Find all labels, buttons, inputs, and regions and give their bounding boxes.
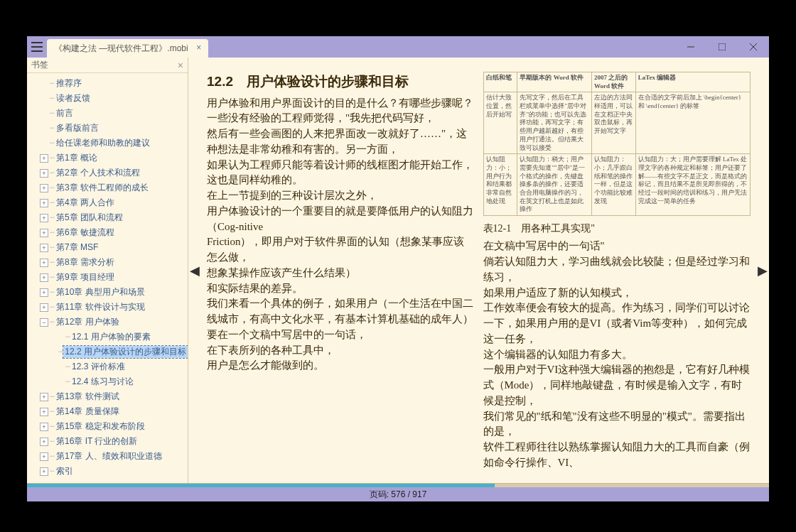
tree-item[interactable]: ┈12.1 用户体验的要素 xyxy=(27,330,188,344)
tree-item[interactable]: ┈推荐序 xyxy=(27,76,188,91)
tree-item[interactable]: +┈第3章 软件工程师的成长 xyxy=(27,180,188,195)
expand-icon[interactable]: + xyxy=(40,229,48,237)
tree-item[interactable]: ┈12.2 用户体验设计的步骤和目标 xyxy=(27,344,188,359)
expand-icon[interactable]: + xyxy=(40,467,48,476)
app-body: 书签 × ┈推荐序┈读者反馈┈前言┈多看版前言┈给任课老师和助教的建议+┈第1章… xyxy=(27,58,769,483)
tree-item[interactable]: +┈第9章 项目经理 xyxy=(27,270,188,285)
tree-item[interactable]: +┈第13章 软件测试 xyxy=(27,389,188,404)
tree-item[interactable]: ┈12.4 练习与讨论 xyxy=(27,374,188,389)
right-column: 白纸和笔早期版本的 Word 软件2007 之后的 Word 软件LaTex 编… xyxy=(483,72,751,476)
table-cell: 认知阻力：小；几乎跟白纸和笔的操作一样，但是这个功能比较难发现 xyxy=(592,154,636,216)
tree-item-label: 第11章 软件设计与实现 xyxy=(55,301,146,313)
expand-icon[interactable]: + xyxy=(40,259,48,267)
tree-item-label: 第12章 用户体验 xyxy=(55,316,121,328)
expand-icon[interactable]: + xyxy=(40,408,48,416)
expand-icon[interactable]: + xyxy=(40,393,48,401)
paragraph-line: 这个编辑器的认知阻力有多大。 xyxy=(483,347,751,363)
paragraph-line: 和实际结果的差异。 xyxy=(207,281,475,297)
leaf-icon xyxy=(55,363,64,371)
tree-item[interactable]: ┈12.3 评价标准 xyxy=(27,359,188,374)
collapse-icon[interactable]: − xyxy=(40,318,48,327)
tree-item[interactable]: +┈第8章 需求分析 xyxy=(27,255,188,270)
sidebar-title: 书签 xyxy=(31,59,48,71)
tree-item-label: 第4章 两人合作 xyxy=(55,197,116,209)
minimize-button[interactable] xyxy=(675,36,706,58)
pages: 12.2 用户体验设计的步骤和目标 用户体验和用户界面设计的目的是什么？有哪些步… xyxy=(201,58,756,483)
prev-page-button[interactable]: ◀ xyxy=(188,58,201,483)
minimize-icon xyxy=(687,43,694,50)
table-header-cell: 白纸和笔 xyxy=(483,72,517,92)
tree-item-label: 第9章 项目经理 xyxy=(55,271,116,283)
expand-icon[interactable]: + xyxy=(40,184,48,192)
expand-icon[interactable]: + xyxy=(40,452,48,461)
tree-item[interactable]: ┈前言 xyxy=(27,106,188,121)
leaf-icon xyxy=(55,348,57,357)
section-heading: 12.2 用户体验设计的步骤和目标 xyxy=(207,72,475,92)
expand-icon[interactable]: + xyxy=(40,303,48,312)
tree-item-label: 第14章 质量保障 xyxy=(55,406,121,418)
leaf-icon xyxy=(40,94,48,103)
paragraph-line: Friction），即用户对于软件界面的认知（想象某事应该怎么做， xyxy=(207,234,475,266)
tab-close-button[interactable]: × xyxy=(194,43,204,53)
maximize-icon xyxy=(719,43,726,50)
tree-item[interactable]: +┈第5章 团队和流程 xyxy=(27,210,188,225)
tree-item-label: 第10章 典型用户和场景 xyxy=(55,286,146,298)
tree-item[interactable]: +┈第7章 MSF xyxy=(27,240,188,255)
status-bar: 页码: 576 / 917 xyxy=(27,487,769,501)
tree-item[interactable]: +┈第15章 稳定和发布阶段 xyxy=(27,419,188,434)
expand-icon[interactable]: + xyxy=(40,288,48,297)
paragraph-line: 倘若认知阻力大，学习曲线就会比较陡；但是经过学习和练习， xyxy=(483,254,751,286)
tree-item[interactable]: +┈第1章 概论 xyxy=(27,151,188,165)
table-cell: 认知阻力：小；用户行为和结果都非常自然地处现 xyxy=(483,154,517,216)
tree-item[interactable]: +┈第17章 人、绩效和职业道德 xyxy=(27,449,188,464)
tree-item[interactable]: +┈索引 xyxy=(27,464,188,479)
tree-item[interactable]: ┈读者反馈 xyxy=(27,91,188,106)
bookmarks-tree[interactable]: ┈推荐序┈读者反馈┈前言┈多看版前言┈给任课老师和助教的建议+┈第1章 概论+┈… xyxy=(27,73,188,483)
tree-item-label: 第1章 概论 xyxy=(55,152,99,164)
tree-item[interactable]: +┈第11章 软件设计与实现 xyxy=(27,300,188,315)
tree-item[interactable]: ┈给任课老师和助教的建议 xyxy=(27,136,188,151)
tree-item-label: 第6章 敏捷流程 xyxy=(55,227,116,239)
next-page-button[interactable]: ▶ xyxy=(756,58,769,483)
expand-icon[interactable]: + xyxy=(40,438,48,446)
paragraph-line: 在下表所列的各种工具中， xyxy=(207,343,475,359)
sidebar-header: 书签 × xyxy=(27,58,188,73)
tree-item[interactable]: +┈第10章 典型用户和场景 xyxy=(27,285,188,300)
tree-item-label: 读者反馈 xyxy=(55,92,92,104)
paragraph-line: 我们来看一个具体的例子，如果用户（一个生活在中国二线城市，有高中文化水平，有基本… xyxy=(207,296,475,327)
maximize-button[interactable] xyxy=(706,36,738,58)
table-cell: 估计大致位置，然后开始写 xyxy=(483,92,517,154)
close-icon xyxy=(750,43,757,50)
expand-icon[interactable]: + xyxy=(40,199,48,207)
paragraph-line: 在文稿中写居中的一句话" xyxy=(483,239,751,254)
expand-icon[interactable]: + xyxy=(40,169,48,178)
paragraph-line: 用户是怎么才能做到的。 xyxy=(207,358,475,374)
expand-icon[interactable]: + xyxy=(40,423,48,431)
tree-item[interactable]: −┈第12章 用户体验 xyxy=(27,315,188,330)
expand-icon[interactable]: + xyxy=(40,244,48,252)
tree-item-label: 第5章 团队和流程 xyxy=(55,212,124,224)
tree-item-label: 第13章 软件测试 xyxy=(55,391,121,403)
expand-icon[interactable]: + xyxy=(40,214,48,222)
page-indicator: 页码: 576 / 917 xyxy=(370,489,427,501)
tree-item[interactable]: +┈第14章 质量保障 xyxy=(27,404,188,419)
table-header-cell: LaTex 编辑器 xyxy=(635,72,750,92)
tree-item[interactable]: +┈第2章 个人技术和流程 xyxy=(27,165,188,180)
menu-button[interactable] xyxy=(27,36,47,58)
tree-item[interactable]: +┈第6章 敏捷流程 xyxy=(27,225,188,240)
expand-icon[interactable]: + xyxy=(40,154,48,163)
paragraph-line: 我们常见的"纸和笔"没有这些不明显的"模式"。需要指出的是， xyxy=(483,409,751,440)
sidebar-close-button[interactable]: × xyxy=(178,60,183,71)
document-tab[interactable]: 《构建之法 —现代软件工程》.mobi × xyxy=(47,39,208,58)
table-cell: 在合适的文字前后加上 \begin{center} 和 \end{center}… xyxy=(635,92,750,154)
paragraph-line: 工作效率便会有较大的提高。作为练习，同学们可以讨论一下，如果用户用的是VI（或者… xyxy=(483,300,751,347)
table-cell: 认知阻力：稍大；用户需要先知道""居中"是一个格式的操作，先键盘操多条的操作，还… xyxy=(517,154,592,216)
tree-item[interactable]: +┈第16章 IT 行业的创新 xyxy=(27,434,188,449)
tree-item[interactable]: +┈第4章 两人合作 xyxy=(27,195,188,210)
tree-item[interactable]: ┈多看版前言 xyxy=(27,121,188,136)
paragraph-line: 软件工程师往往以熟练掌握认知阻力大的工具而自豪（例如命令行操作、VI、 xyxy=(483,440,751,471)
comparison-table: 白纸和笔早期版本的 Word 软件2007 之后的 Word 软件LaTex 编… xyxy=(483,72,751,216)
table-cell: 左边的方法同样适用，可以在文档正中央双击鼠标，再开始写文字 xyxy=(592,92,636,154)
expand-icon[interactable]: + xyxy=(40,273,48,282)
close-button[interactable] xyxy=(738,36,769,58)
